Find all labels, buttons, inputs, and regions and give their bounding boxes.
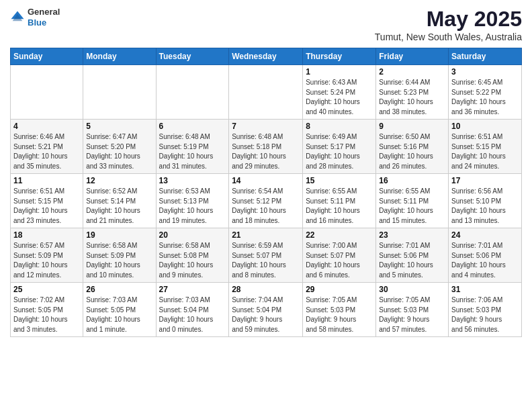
weekday-header-tuesday: Tuesday xyxy=(156,48,229,65)
day-cell: 10Sunrise: 6:51 AM Sunset: 5:15 PM Dayli… xyxy=(449,120,522,174)
day-cell: 13Sunrise: 6:53 AM Sunset: 5:13 PM Dayli… xyxy=(156,174,229,228)
day-info: Sunrise: 7:02 AM Sunset: 5:05 PM Dayligh… xyxy=(13,295,80,334)
subtitle: Tumut, New South Wales, Australia xyxy=(375,32,522,42)
day-cell: 3Sunrise: 6:45 AM Sunset: 5:22 PM Daylig… xyxy=(449,65,522,120)
day-cell: 20Sunrise: 6:58 AM Sunset: 5:08 PM Dayli… xyxy=(156,228,229,283)
week-row-3: 11Sunrise: 6:51 AM Sunset: 5:15 PM Dayli… xyxy=(11,174,522,228)
day-number: 30 xyxy=(379,285,445,294)
day-cell xyxy=(156,65,229,120)
day-cell: 27Sunrise: 7:03 AM Sunset: 5:04 PM Dayli… xyxy=(156,283,229,337)
day-info: Sunrise: 6:57 AM Sunset: 5:09 PM Dayligh… xyxy=(13,241,80,280)
title-block: May 2025 Tumut, New South Wales, Austral… xyxy=(375,7,522,42)
day-number: 28 xyxy=(232,285,300,294)
day-info: Sunrise: 6:55 AM Sunset: 5:11 PM Dayligh… xyxy=(306,187,373,226)
weekday-header-saturday: Saturday xyxy=(449,48,522,65)
day-cell: 11Sunrise: 6:51 AM Sunset: 5:15 PM Dayli… xyxy=(11,174,83,228)
day-number: 21 xyxy=(232,230,300,240)
calendar-header: SundayMondayTuesdayWednesdayThursdayFrid… xyxy=(11,48,522,65)
calendar-body: 1Sunrise: 6:43 AM Sunset: 5:24 PM Daylig… xyxy=(11,65,522,337)
day-cell: 9Sunrise: 6:50 AM Sunset: 5:16 PM Daylig… xyxy=(376,120,449,174)
day-cell: 23Sunrise: 7:01 AM Sunset: 5:06 PM Dayli… xyxy=(376,228,449,283)
day-info: Sunrise: 6:54 AM Sunset: 5:12 PM Dayligh… xyxy=(232,187,300,226)
day-cell: 6Sunrise: 6:48 AM Sunset: 5:19 PM Daylig… xyxy=(156,120,229,174)
day-number: 27 xyxy=(159,285,226,294)
day-number: 14 xyxy=(232,176,300,185)
day-info: Sunrise: 7:01 AM Sunset: 5:06 PM Dayligh… xyxy=(451,241,519,280)
logo-blue-text: Blue xyxy=(28,17,60,28)
day-cell xyxy=(11,65,83,120)
day-info: Sunrise: 7:04 AM Sunset: 5:04 PM Dayligh… xyxy=(232,295,300,334)
day-info: Sunrise: 7:01 AM Sunset: 5:06 PM Dayligh… xyxy=(379,241,445,280)
day-cell: 31Sunrise: 7:06 AM Sunset: 5:03 PM Dayli… xyxy=(449,283,522,337)
day-cell: 15Sunrise: 6:55 AM Sunset: 5:11 PM Dayli… xyxy=(303,174,376,228)
day-info: Sunrise: 6:55 AM Sunset: 5:11 PM Dayligh… xyxy=(379,187,445,226)
day-number: 8 xyxy=(306,122,373,131)
day-cell: 22Sunrise: 7:00 AM Sunset: 5:07 PM Dayli… xyxy=(303,228,376,283)
day-cell: 4Sunrise: 6:46 AM Sunset: 5:21 PM Daylig… xyxy=(11,120,83,174)
day-info: Sunrise: 7:05 AM Sunset: 5:03 PM Dayligh… xyxy=(306,295,373,334)
weekday-header-row: SundayMondayTuesdayWednesdayThursdayFrid… xyxy=(11,48,522,65)
day-info: Sunrise: 6:58 AM Sunset: 5:09 PM Dayligh… xyxy=(86,241,152,280)
day-cell: 8Sunrise: 6:49 AM Sunset: 5:17 PM Daylig… xyxy=(303,120,376,174)
day-number: 18 xyxy=(13,230,80,240)
day-number: 19 xyxy=(86,230,152,240)
day-info: Sunrise: 7:06 AM Sunset: 5:03 PM Dayligh… xyxy=(451,295,519,334)
day-cell: 29Sunrise: 7:05 AM Sunset: 5:03 PM Dayli… xyxy=(303,283,376,337)
day-info: Sunrise: 6:46 AM Sunset: 5:21 PM Dayligh… xyxy=(13,132,80,171)
day-info: Sunrise: 7:05 AM Sunset: 5:03 PM Dayligh… xyxy=(379,295,445,334)
day-info: Sunrise: 6:44 AM Sunset: 5:23 PM Dayligh… xyxy=(379,78,445,117)
week-row-2: 4Sunrise: 6:46 AM Sunset: 5:21 PM Daylig… xyxy=(11,120,522,174)
day-info: Sunrise: 6:56 AM Sunset: 5:10 PM Dayligh… xyxy=(451,187,519,226)
day-info: Sunrise: 6:50 AM Sunset: 5:16 PM Dayligh… xyxy=(379,132,445,171)
day-number: 1 xyxy=(306,67,373,77)
main-title: May 2025 xyxy=(375,7,522,32)
logo-general-text: General xyxy=(28,7,60,17)
day-number: 3 xyxy=(451,67,519,77)
day-cell: 5Sunrise: 6:47 AM Sunset: 5:20 PM Daylig… xyxy=(83,120,156,174)
day-number: 9 xyxy=(379,122,445,131)
day-number: 31 xyxy=(451,285,519,294)
weekday-header-thursday: Thursday xyxy=(303,48,376,65)
weekday-header-friday: Friday xyxy=(376,48,449,65)
day-number: 22 xyxy=(306,230,373,240)
weekday-header-monday: Monday xyxy=(83,48,156,65)
weekday-header-sunday: Sunday xyxy=(11,48,83,65)
week-row-1: 1Sunrise: 6:43 AM Sunset: 5:24 PM Daylig… xyxy=(11,65,522,120)
day-info: Sunrise: 6:59 AM Sunset: 5:07 PM Dayligh… xyxy=(232,241,300,280)
day-number: 20 xyxy=(159,230,226,240)
day-cell xyxy=(229,65,303,120)
logo-icon xyxy=(10,10,25,25)
day-number: 13 xyxy=(159,176,226,185)
day-number: 17 xyxy=(451,176,519,185)
logo-text: General Blue xyxy=(28,7,60,28)
day-number: 10 xyxy=(451,122,519,131)
day-info: Sunrise: 6:53 AM Sunset: 5:13 PM Dayligh… xyxy=(159,187,226,226)
day-number: 16 xyxy=(379,176,445,185)
day-info: Sunrise: 6:52 AM Sunset: 5:14 PM Dayligh… xyxy=(86,187,152,226)
day-cell: 21Sunrise: 6:59 AM Sunset: 5:07 PM Dayli… xyxy=(229,228,303,283)
day-number: 29 xyxy=(306,285,373,294)
day-cell: 25Sunrise: 7:02 AM Sunset: 5:05 PM Dayli… xyxy=(11,283,83,337)
day-cell: 26Sunrise: 7:03 AM Sunset: 5:05 PM Dayli… xyxy=(83,283,156,337)
day-cell: 18Sunrise: 6:57 AM Sunset: 5:09 PM Dayli… xyxy=(11,228,83,283)
day-number: 4 xyxy=(13,122,80,131)
day-number: 15 xyxy=(306,176,373,185)
day-cell: 19Sunrise: 6:58 AM Sunset: 5:09 PM Dayli… xyxy=(83,228,156,283)
day-number: 12 xyxy=(86,176,152,185)
week-row-5: 25Sunrise: 7:02 AM Sunset: 5:05 PM Dayli… xyxy=(11,283,522,337)
day-number: 25 xyxy=(13,285,80,294)
day-cell: 2Sunrise: 6:44 AM Sunset: 5:23 PM Daylig… xyxy=(376,65,449,120)
day-number: 26 xyxy=(86,285,152,294)
day-number: 23 xyxy=(379,230,445,240)
weekday-header-wednesday: Wednesday xyxy=(229,48,303,65)
day-cell: 14Sunrise: 6:54 AM Sunset: 5:12 PM Dayli… xyxy=(229,174,303,228)
week-row-4: 18Sunrise: 6:57 AM Sunset: 5:09 PM Dayli… xyxy=(11,228,522,283)
header: General Blue May 2025 Tumut, New South W… xyxy=(10,7,522,42)
day-cell: 1Sunrise: 6:43 AM Sunset: 5:24 PM Daylig… xyxy=(303,65,376,120)
day-cell: 7Sunrise: 6:48 AM Sunset: 5:18 PM Daylig… xyxy=(229,120,303,174)
day-number: 6 xyxy=(159,122,226,131)
day-info: Sunrise: 6:51 AM Sunset: 5:15 PM Dayligh… xyxy=(13,187,80,226)
day-cell: 24Sunrise: 7:01 AM Sunset: 5:06 PM Dayli… xyxy=(449,228,522,283)
day-info: Sunrise: 6:49 AM Sunset: 5:17 PM Dayligh… xyxy=(306,132,373,171)
day-info: Sunrise: 7:03 AM Sunset: 5:04 PM Dayligh… xyxy=(159,295,226,334)
